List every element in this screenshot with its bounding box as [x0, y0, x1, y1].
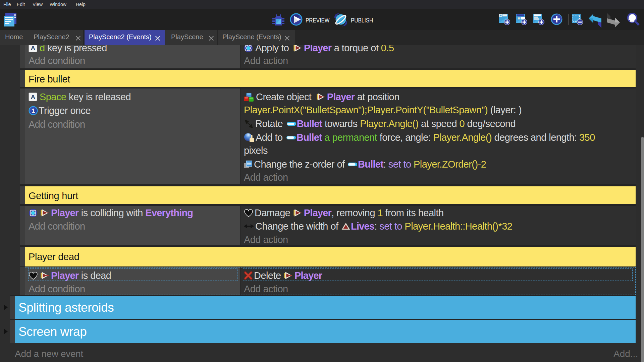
- svg-text:A: A: [31, 94, 35, 101]
- svg-text:1: 1: [32, 107, 35, 114]
- svg-text:A: A: [31, 45, 35, 52]
